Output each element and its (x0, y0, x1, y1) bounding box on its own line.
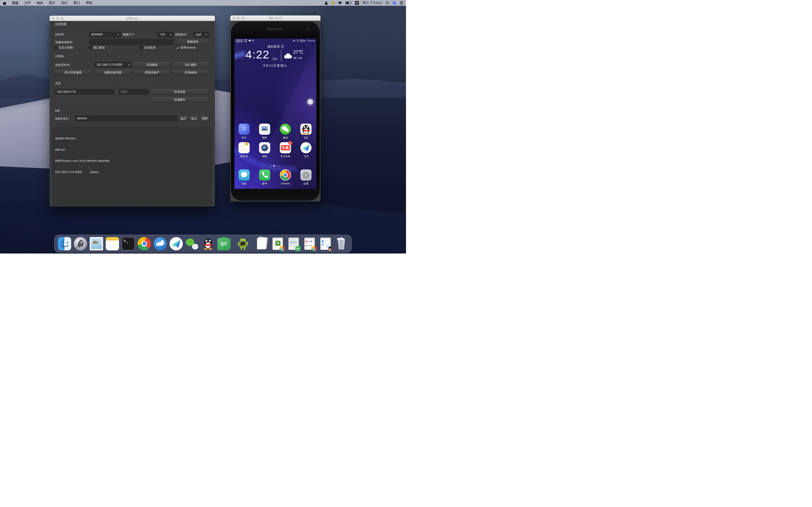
wireless-ip-input[interactable]: 192.168.0.174 (55, 89, 114, 95)
record-path-input[interactable] (89, 39, 174, 45)
notification-center-icon[interactable] (400, 1, 403, 5)
page-dot[interactable] (271, 165, 272, 167)
page-dot[interactable] (279, 165, 280, 166)
dock-qtscrcpy[interactable]: QC (217, 237, 231, 250)
adb-stop-button[interactable]: 终止 (190, 115, 199, 122)
minimize-button[interactable] (56, 17, 59, 20)
dock-qq-chat-window-thumbnail[interactable] (319, 237, 332, 250)
dock-paper-plane-app[interactable] (170, 237, 183, 250)
zoom-button[interactable] (242, 17, 244, 19)
close-button[interactable] (232, 17, 235, 19)
page-dot-active[interactable] (273, 165, 275, 167)
trash-full-icon (335, 237, 348, 250)
dock-terminal[interactable]: >_ (122, 237, 135, 250)
adb-clear-button[interactable]: 清理 (200, 115, 209, 122)
app-music[interactable]: ♫ (239, 124, 250, 135)
battery-status-icon[interactable] (346, 1, 351, 4)
close-button[interactable] (51, 17, 54, 20)
dock-qtscrcpy-code-window-thumbnail[interactable]: QC (287, 237, 300, 250)
checkbox-box[interactable] (89, 46, 92, 49)
checkbox-window-on-top[interactable]: 窗口置顶 (89, 46, 105, 50)
record-format-select[interactable]: mp4 (193, 32, 209, 38)
dock-finder[interactable] (58, 237, 71, 250)
device-serial-select[interactable]: 192.168.0.174:5555 (94, 62, 132, 68)
app-qq[interactable] (300, 124, 311, 135)
checkbox-box-checked[interactable] (176, 46, 179, 49)
phone-screen[interactable]: 优酷移动 3G 中国联通 4G (235, 39, 316, 189)
get-device-ip-button[interactable]: 获取设备IP (134, 69, 170, 75)
checkbox-use-reverse[interactable]: 使用reverse (176, 46, 196, 50)
wifi-status-icon[interactable] (338, 1, 342, 5)
phone-status-bar: 优酷移动 3G 中国联通 4G (235, 39, 316, 43)
dock-seal-app[interactable] (154, 237, 167, 250)
dock-chrome-window-thumbnail[interactable]: 坤 (271, 237, 285, 250)
stop-service-button[interactable]: 停止服务 (172, 62, 209, 68)
checkbox-box[interactable] (140, 46, 143, 49)
checkbox-background-record[interactable]: 仅后台录制 (54, 46, 73, 50)
app-notes[interactable] (239, 142, 250, 153)
app-toutiao[interactable]: 1 头条 (280, 142, 291, 153)
app-settings[interactable] (300, 169, 311, 181)
record-format-label: 录制格式: (175, 33, 187, 36)
wireless-port-input[interactable]: 5555 (119, 89, 148, 95)
bitrate-select[interactable]: 8000000 (89, 32, 121, 38)
assistive-floating-ball[interactable] (306, 98, 315, 106)
dock-wechat[interactable] (186, 237, 199, 250)
adb-command-input[interactable]: devices (75, 115, 177, 121)
section-label-adb: adb (55, 109, 60, 112)
menu-bar-clock[interactable]: 周六 下午4:22 (362, 1, 382, 5)
checkbox-auto-screen-off[interactable]: 自动息屏 (140, 46, 156, 50)
dock-mail[interactable] (90, 237, 103, 250)
menu-item-file[interactable]: 文件 (24, 1, 31, 5)
input-method-icon[interactable]: 拼 (355, 1, 359, 5)
adb-run-button[interactable]: 执行 (179, 115, 188, 122)
app-chrome[interactable] (280, 169, 291, 181)
apple-menu-icon[interactable] (3, 1, 6, 5)
refresh-device-list-button[interactable]: 刷新设备列表 (94, 69, 132, 75)
wireless-disconnect-button[interactable]: 无线断开 (150, 97, 209, 103)
dock-trash[interactable] (335, 237, 348, 250)
checkbox-box[interactable] (54, 46, 57, 49)
video-size-select[interactable]: 720 (158, 32, 173, 38)
wireless-connect-button[interactable]: 无线连接 (150, 89, 209, 95)
dock-android-scrcpy[interactable] (236, 237, 250, 250)
clock-widget[interactable]: 4:22 下午 27℃ 28 / 18 (235, 49, 316, 63)
phone-window-titlebar[interactable]: BKL-AL20 (230, 15, 320, 21)
section-label-wireless: 无线 (55, 81, 61, 86)
app-feishu[interactable] (300, 142, 311, 153)
app-camera[interactable] (259, 142, 270, 153)
choose-path-button[interactable]: 选择路径 (176, 39, 209, 45)
dock-notes[interactable] (106, 237, 119, 250)
stop-all-services-button[interactable]: 停止所有服务 (54, 69, 92, 75)
minimize-button[interactable] (237, 17, 240, 19)
dock-chrome[interactable] (138, 237, 151, 250)
spotlight-search-icon[interactable] (386, 1, 389, 5)
penguin-status-icon[interactable] (325, 1, 328, 5)
app-gallery[interactable] (259, 124, 270, 135)
start-adbd-button[interactable]: 启动adbd (172, 69, 209, 75)
app-messages[interactable] (239, 169, 250, 181)
phone-speaker (267, 28, 283, 30)
start-service-button[interactable]: 启动服务 (134, 62, 170, 68)
zoom-button[interactable] (61, 17, 63, 20)
chevron-down-icon (117, 34, 119, 36)
app-wechat[interactable] (280, 124, 291, 135)
dock-qq[interactable] (202, 237, 215, 250)
menu-item-go[interactable]: 前往 (61, 1, 68, 5)
adb-command-label: adb命令行: (55, 117, 69, 120)
dock-launchpad[interactable] (74, 237, 87, 250)
menu-item-finder[interactable]: 访达 (12, 1, 18, 5)
page-dot[interactable] (276, 165, 277, 166)
menu-item-edit[interactable]: 编辑 (37, 1, 43, 5)
log-output[interactable]: update devices... adb run AdbProcess::ou… (52, 127, 212, 205)
network-type-1: 3G (242, 39, 244, 41)
dock-chrome-webpage-thumbnail[interactable] (303, 237, 316, 250)
menu-item-window[interactable]: 窗口 (73, 1, 80, 5)
menu-item-help[interactable]: 帮助 (86, 1, 92, 5)
shield-status-icon[interactable] (331, 1, 334, 5)
qtscrcpy-titlebar[interactable]: QtScrcpy (50, 16, 215, 21)
dock-documents-stack[interactable] (255, 237, 268, 250)
menu-item-view[interactable]: 显示 (49, 1, 55, 5)
siri-icon[interactable] (393, 1, 396, 5)
app-dialer[interactable] (259, 169, 270, 181)
